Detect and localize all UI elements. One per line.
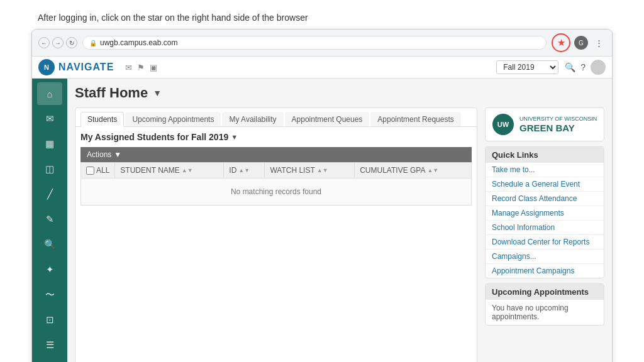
tab-bar: Students Upcoming Appointments My Availa…: [75, 108, 477, 127]
section-title: My Assigned Students for Fall 2019 ▼: [80, 132, 472, 142]
gpa-sort-icon: ▲▼: [427, 167, 438, 173]
student-name-sort-icon: ▲▼: [182, 167, 193, 173]
sidebar-item-analytics[interactable]: 〜: [37, 283, 62, 306]
browser-nav-buttons: ← → ↻: [38, 37, 77, 48]
uwgb-logo-text: University of Wisconsin GREEN BAY: [519, 116, 597, 133]
students-table: ALL STUDENT NAME ▲▼: [80, 162, 472, 206]
quick-links-panel: Quick Links Take me to... Schedule a Gen…: [485, 146, 604, 278]
main-content: Staff Home ▼ Students Upcoming Appointme…: [67, 79, 612, 362]
staff-home-header: Staff Home ▼: [75, 85, 604, 101]
search-icon[interactable]: 🔍: [565, 62, 575, 72]
forward-button[interactable]: →: [52, 37, 64, 48]
uwgb-logo: UW University of Wisconsin GREEN BAY: [485, 107, 604, 141]
uwgb-university: University of Wisconsin: [519, 116, 597, 123]
logo-icon: N: [38, 59, 55, 75]
address-bar[interactable]: 🔒 uwgb.campus.eab.com: [82, 36, 547, 50]
sidebar: ⌂ ✉ ▦ ◫ ╱ ✎ 🔍 ✦ 〜 ⊡ ☰ ⚙: [32, 79, 67, 362]
side-panel: UW University of Wisconsin GREEN BAY Qui…: [485, 107, 604, 362]
uwgb-logo-icon: UW: [492, 113, 514, 136]
reload-button[interactable]: ↻: [66, 37, 77, 48]
flag-icon[interactable]: ⚑: [137, 63, 145, 72]
quick-link-schedule-event[interactable]: Schedule a General Event: [486, 177, 604, 192]
quick-link-manage-assignments[interactable]: Manage Assignments: [486, 206, 604, 221]
table-section: My Assigned Students for Fall 2019 ▼ Act…: [75, 127, 477, 362]
quick-link-download-center[interactable]: Download Center for Reports: [486, 235, 604, 250]
id-sort-icon: ▲▼: [238, 167, 250, 173]
watchlist-header[interactable]: WATCH LIST ▲▼: [265, 163, 355, 178]
profile-button[interactable]: G: [574, 36, 588, 50]
sidebar-item-home[interactable]: ⌂: [37, 82, 62, 105]
actions-label: Actions: [87, 150, 111, 159]
quick-link-take-me-to[interactable]: Take me to...: [486, 163, 604, 177]
upcoming-appointments-body: You have no upcoming appointments.: [486, 300, 604, 325]
tab-my-availability[interactable]: My Availability: [222, 112, 283, 126]
sidebar-item-settings[interactable]: ⚙: [37, 359, 62, 362]
upcoming-appointments-header: Upcoming Appointments: [486, 284, 604, 300]
main-panel: Students Upcoming Appointments My Availa…: [75, 107, 477, 362]
watchlist-label: WATCH LIST: [270, 166, 314, 175]
all-label: ALL: [96, 166, 109, 175]
id-header[interactable]: ID ▲▼: [224, 163, 265, 178]
uwgb-name: GREEN BAY: [519, 123, 597, 134]
select-all-checkbox[interactable]: [86, 167, 94, 175]
student-name-header[interactable]: STUDENT NAME ▲▼: [115, 163, 224, 178]
gpa-header[interactable]: CUMULATIVE GPA ▲▼: [355, 163, 472, 178]
student-name-label: STUDENT NAME: [120, 166, 179, 175]
app-body: ⌂ ✉ ▦ ◫ ╱ ✎ 🔍 ✦ 〜 ⊡ ☰ ⚙ Staff Home ▼: [32, 79, 612, 362]
sidebar-item-tools[interactable]: ✦: [37, 258, 62, 281]
sidebar-item-notifications[interactable]: ⊡: [37, 309, 62, 331]
svg-text:UW: UW: [497, 121, 509, 128]
menu-button[interactable]: ⋮: [592, 36, 606, 50]
tab-upcoming-appointments[interactable]: Upcoming Appointments: [125, 112, 221, 126]
term-select[interactable]: Fall 2019 Spring 2020: [496, 60, 558, 74]
tab-appointment-queues[interactable]: Appointment Queues: [285, 112, 370, 126]
upcoming-appointments-panel: Upcoming Appointments You have no upcomi…: [485, 283, 604, 326]
content-grid: Students Upcoming Appointments My Availa…: [75, 107, 604, 362]
browser-window: ← → ↻ 🔒 uwgb.campus.eab.com ★ G ⋮ N NAVI…: [31, 29, 613, 362]
watchlist-sort-icon: ▲▼: [317, 167, 328, 173]
instruction-text: After logging in, click on the star on t…: [0, 0, 644, 29]
user-avatar[interactable]: [591, 60, 606, 75]
quick-link-appt-campaigns[interactable]: Appointment Campaigns: [486, 264, 604, 278]
actions-bar[interactable]: Actions ▼: [80, 147, 472, 162]
navigate-logo: N NAVIGATE: [38, 59, 114, 75]
sidebar-item-chart[interactable]: ╱: [37, 183, 62, 206]
sidebar-item-reports[interactable]: ☰: [37, 334, 62, 356]
page-title-dropdown[interactable]: ▼: [153, 88, 162, 98]
actions-arrow: ▼: [114, 150, 121, 159]
toolbar-right-icons: 🔍 ?: [565, 60, 606, 75]
bookmark-star-button[interactable]: ★: [552, 33, 570, 52]
sidebar-item-mail[interactable]: ✉: [37, 107, 62, 130]
url-text: uwgb.campus.eab.com: [100, 38, 177, 47]
browser-topbar: ← → ↻ 🔒 uwgb.campus.eab.com ★ G ⋮: [32, 30, 612, 57]
quick-link-school-info[interactable]: School Information: [486, 221, 604, 235]
section-title-text: My Assigned Students for Fall 2019: [80, 132, 228, 142]
sidebar-item-pin[interactable]: ✎: [37, 208, 62, 231]
select-all-header[interactable]: ALL: [81, 163, 115, 178]
tab-appointment-requests[interactable]: Appointment Requests: [370, 112, 460, 126]
app-toolbar: N NAVIGATE ✉ ⚑ ▣ Fall 2019 Spring 2020 🔍…: [32, 57, 612, 79]
page-title: Staff Home: [75, 85, 148, 101]
mail-icon[interactable]: ✉: [125, 63, 132, 72]
no-records-row: No matching records found: [81, 178, 472, 206]
windows-icon[interactable]: ▣: [150, 63, 157, 72]
sidebar-item-calendar[interactable]: ▦: [37, 133, 62, 155]
logo-text: NAVIGATE: [58, 62, 114, 73]
quick-link-campaigns[interactable]: Campaigns...: [486, 250, 604, 264]
back-button[interactable]: ←: [38, 37, 50, 48]
no-records-message: No matching records found: [81, 178, 472, 206]
sidebar-item-documents[interactable]: ◫: [37, 158, 62, 180]
id-label: ID: [229, 166, 236, 175]
quick-link-record-attendance[interactable]: Record Class Attendance: [486, 192, 604, 206]
quick-links-header: Quick Links: [486, 147, 604, 163]
lock-icon: 🔒: [89, 40, 97, 47]
gpa-label: CUMULATIVE GPA: [360, 166, 425, 175]
help-icon[interactable]: ?: [580, 62, 586, 72]
browser-actions: ★ G ⋮: [552, 33, 606, 52]
toolbar-icons: ✉ ⚑ ▣: [125, 63, 157, 72]
sidebar-item-search[interactable]: 🔍: [37, 233, 62, 256]
tab-students[interactable]: Students: [80, 112, 124, 127]
section-dropdown-icon[interactable]: ▼: [231, 133, 238, 141]
